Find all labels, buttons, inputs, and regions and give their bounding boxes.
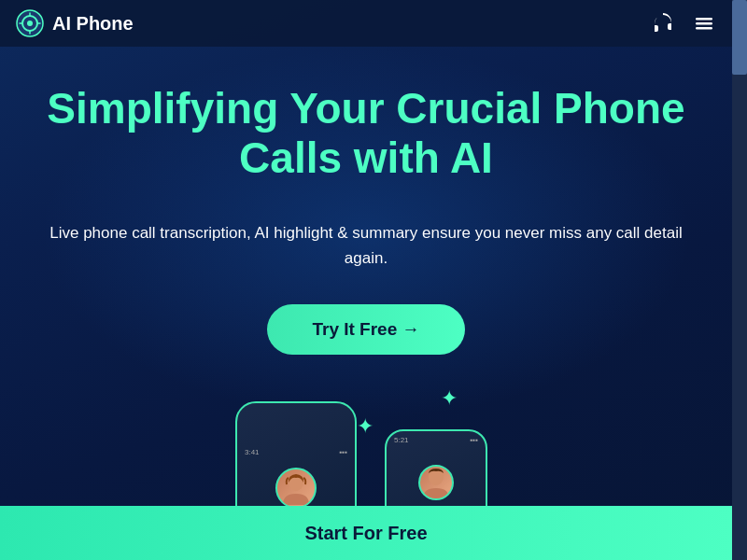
try-it-free-button[interactable]: Try It Free → [267, 304, 464, 355]
svg-rect-5 [696, 27, 712, 30]
scrollbar[interactable] [732, 0, 747, 560]
logo-icon [15, 8, 45, 38]
svg-rect-4 [696, 22, 712, 25]
sparkle-icon-1: ✦ [357, 414, 374, 439]
svg-rect-3 [696, 18, 712, 21]
scrollbar-thumb[interactable] [732, 0, 747, 75]
hero-title: Simplifying Your Crucial Phone Calls wit… [30, 84, 702, 183]
phone-status-bar-left: 3:41 ▪▪▪ [237, 443, 355, 460]
avatar-left [275, 468, 317, 509]
app-name: AI Phone [52, 13, 134, 35]
phone-status-bar-right: 5:21 ▪▪▪ [387, 431, 486, 448]
hero-section: Simplifying Your Crucial Phone Calls wit… [0, 0, 732, 560]
nav-actions [650, 10, 717, 36]
hero-subtitle: Live phone call transcription, AI highli… [49, 220, 684, 271]
logo-area: AI Phone [15, 8, 134, 38]
navbar: AI Phone [0, 0, 732, 47]
start-for-free-bar[interactable]: Start For Free [0, 506, 732, 560]
svg-point-2 [27, 21, 33, 26]
avatar-right [418, 465, 454, 500]
menu-icon[interactable] [691, 10, 717, 36]
start-for-free-label: Start For Free [304, 523, 427, 544]
headset-icon[interactable] [650, 10, 676, 36]
sparkle-icon-2: ✦ [441, 386, 458, 411]
